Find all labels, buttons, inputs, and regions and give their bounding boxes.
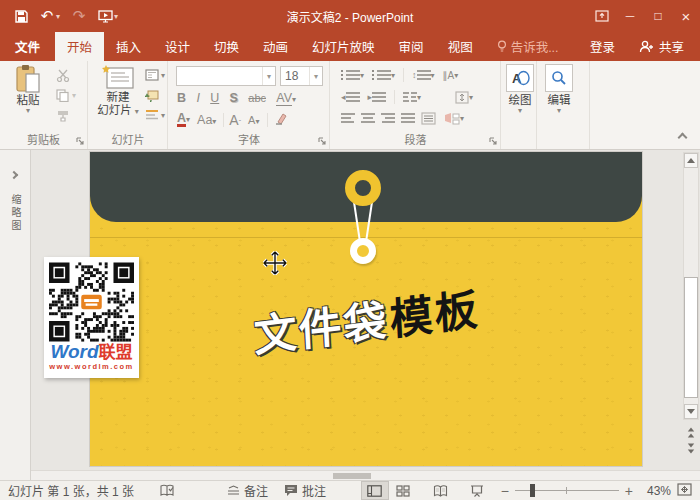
horizontal-scrollbar[interactable] — [31, 470, 700, 480]
normal-view-button[interactable] — [361, 481, 389, 500]
close-button[interactable]: × — [672, 0, 700, 32]
tab-animations[interactable]: 动画 — [251, 32, 300, 61]
font-name-caret[interactable]: ▾ — [262, 67, 275, 85]
format-painter-button[interactable] — [56, 107, 76, 123]
font-name-combo[interactable]: ▾ — [176, 66, 276, 86]
tab-insert[interactable]: 插入 — [104, 32, 153, 61]
text-direction-button[interactable]: ∥A▾ — [443, 70, 459, 81]
decrease-indent-button[interactable]: ◂ — [341, 92, 360, 103]
work-area: 缩略图 文件袋模板 — [0, 150, 700, 480]
align-right-button[interactable] — [381, 113, 395, 124]
tell-me-box[interactable]: 告诉我... — [485, 32, 571, 61]
notes-label: 备注 — [244, 482, 268, 499]
zoom-percentage[interactable]: 43% — [639, 484, 671, 498]
zoom-slider[interactable] — [515, 484, 619, 497]
character-spacing-button[interactable]: AV▾ — [276, 91, 296, 106]
numbering-button[interactable]: ▾ — [372, 70, 395, 81]
tab-file[interactable]: 文件 — [0, 32, 55, 61]
notes-button[interactable]: 备注 — [227, 482, 268, 499]
line-spacing-button[interactable]: ↕▾ — [412, 70, 435, 81]
tab-slideshow[interactable]: 幻灯片放映 — [300, 32, 387, 61]
columns-button[interactable]: ▾ — [403, 92, 421, 103]
slide-sorter-view-button[interactable] — [389, 481, 417, 500]
fit-to-window-icon — [677, 483, 692, 496]
shrink-font-button[interactable]: A▾ — [248, 114, 259, 126]
brand-union: 联盟 — [99, 343, 133, 362]
strikethrough-button[interactable]: abc — [248, 92, 266, 104]
align-center-button[interactable] — [361, 113, 375, 124]
paragraph-dialog-launcher[interactable] — [488, 135, 498, 145]
change-case-button[interactable]: Aa▾ — [197, 113, 216, 127]
ribbon-display-options-button[interactable] — [588, 0, 616, 32]
clear-formatting-button[interactable] — [274, 113, 288, 128]
align-left-button[interactable] — [341, 113, 355, 124]
layout-button[interactable]: ▾ — [145, 67, 165, 83]
section-button[interactable]: ▾ — [145, 107, 165, 123]
customize-qat-dropdown[interactable]: ▾ — [114, 12, 124, 21]
zoom-out-button[interactable]: − — [501, 483, 509, 499]
copy-button[interactable]: ▾ — [56, 87, 76, 103]
zoom-in-button[interactable]: + — [625, 483, 633, 499]
slide-number-indicator[interactable]: 幻灯片 第 1 张，共 1 张 — [8, 482, 134, 499]
clipboard-dialog-launcher[interactable] — [75, 135, 85, 145]
fit-to-window-button[interactable] — [677, 483, 692, 499]
underline-button[interactable]: U — [210, 91, 219, 105]
maximize-button[interactable]: □ — [644, 0, 672, 32]
shrink-caret: ▾ — [255, 118, 259, 125]
tab-view[interactable]: 视图 — [436, 32, 485, 61]
minimize-button[interactable]: ─ — [616, 0, 644, 32]
proofing-status-button[interactable] — [160, 484, 175, 497]
section-icon — [145, 109, 159, 121]
font-size-combo[interactable]: 18 ▾ — [280, 66, 323, 86]
next-slide-button[interactable] — [683, 442, 699, 455]
reading-view-button[interactable] — [427, 481, 455, 500]
distribute-button[interactable] — [421, 112, 436, 125]
increase-indent-button[interactable]: ▸ — [368, 92, 387, 103]
slide-canvas[interactable]: 文件袋模板 — [90, 152, 642, 466]
justify-button[interactable] — [401, 113, 415, 124]
scroll-up-button[interactable] — [684, 153, 698, 168]
slideshow-view-button[interactable] — [463, 481, 491, 500]
vertical-scrollbar[interactable] — [683, 152, 699, 420]
comments-button[interactable]: 批注 — [284, 482, 326, 499]
minimize-icon: ─ — [626, 9, 635, 23]
drawing-button[interactable]: A 绘图 ▾ — [505, 64, 535, 114]
previous-slide-button[interactable] — [683, 426, 699, 439]
editing-button[interactable]: 编辑 ▾ — [544, 64, 574, 114]
tab-design[interactable]: 设计 — [153, 32, 202, 61]
scroll-down-button[interactable] — [684, 404, 698, 419]
font-color-button[interactable]: A▾ — [177, 113, 190, 127]
vertical-scroll-thumb[interactable] — [684, 277, 698, 398]
font-size-caret[interactable]: ▾ — [309, 67, 322, 85]
collapse-ribbon-button[interactable] — [678, 133, 688, 143]
text-shadow-button[interactable]: S — [230, 91, 238, 105]
bullets-caret: ▾ — [360, 72, 364, 79]
horizontal-scroll-thumb[interactable] — [333, 473, 371, 479]
cut-button[interactable] — [56, 67, 76, 83]
expand-pane-icon[interactable] — [10, 171, 18, 179]
zoom-slider-thumb[interactable] — [530, 484, 535, 497]
new-slide-button[interactable]: 新建 幻灯片 ▾ — [95, 64, 141, 117]
thumbnails-pane[interactable]: 缩略图 — [0, 150, 31, 480]
qr-card[interactable]: Word联盟 www.wordlm.com — [44, 257, 139, 378]
italic-button[interactable]: I — [196, 91, 199, 105]
grow-font-button[interactable]: Aˆ — [229, 112, 241, 128]
paste-button[interactable]: 粘贴 ▾ — [8, 64, 48, 114]
undo-dropdown[interactable]: ▾ — [56, 12, 66, 21]
tab-transitions[interactable]: 切换 — [202, 32, 251, 61]
tab-review[interactable]: 审阅 — [387, 32, 436, 61]
move-cursor — [262, 250, 288, 276]
convert-smartart-button[interactable]: ▾ — [444, 112, 464, 125]
share-button[interactable]: 共享 — [627, 32, 700, 61]
sign-in-button[interactable]: 登录 — [578, 32, 627, 61]
reset-slide-button[interactable] — [145, 87, 165, 103]
paragraph-row-3: ▾ — [341, 112, 472, 125]
save-button[interactable] — [8, 3, 34, 29]
tab-home[interactable]: 开始 — [55, 32, 104, 61]
section-caret: ▾ — [161, 112, 165, 119]
bold-button[interactable]: B — [177, 91, 186, 105]
drawing-caret: ▾ — [518, 107, 522, 114]
align-text-button[interactable]: ▾ — [455, 91, 473, 104]
font-dialog-launcher[interactable] — [317, 135, 327, 145]
bullets-button[interactable]: ▾ — [341, 70, 364, 81]
